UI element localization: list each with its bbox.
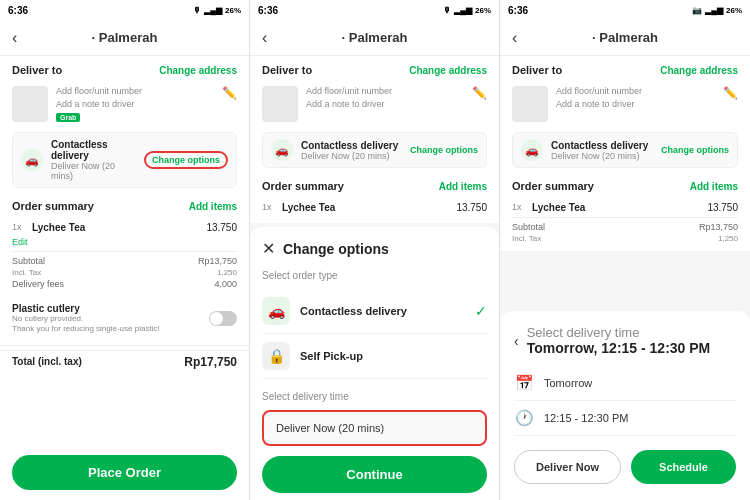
option-contactless[interactable]: 🚗 Contactless delivery ✓	[262, 289, 487, 334]
address-thumbnail-1	[12, 86, 48, 122]
delivery-sub-3: Deliver Now (20 mins)	[551, 151, 653, 161]
delivery-fees-row-1: Delivery fees 4,000	[12, 279, 237, 289]
total-amount-1: Rp17,750	[184, 355, 237, 369]
clock-icon: 🕐	[514, 409, 534, 427]
schedule-time-label: 12:15 - 12:30 PM	[544, 412, 628, 424]
schedule-day-row[interactable]: 📅 Tomorrow	[514, 366, 736, 401]
page-title-2: · Palmerah	[342, 30, 408, 45]
change-options-btn-2[interactable]: Change options	[410, 145, 478, 155]
subtotal-note-1: Incl. Tax 1,250	[12, 268, 237, 277]
edit-icon-1[interactable]: ✏️	[222, 86, 237, 100]
total-label-1: Total (incl. tax)	[12, 356, 82, 367]
plastic-toggle-1[interactable]	[209, 311, 237, 326]
change-options-btn-3[interactable]: Change options	[661, 145, 729, 155]
address-line1-3: Add floor/unit number	[556, 86, 715, 96]
address-line2-1: Add a note to driver	[56, 99, 214, 109]
panel2-top: 6:36 🎙 ▂▄▆ 26% ‹ · Palmerah Deliver to C…	[250, 0, 499, 223]
place-order-btn-1[interactable]: Place Order	[12, 455, 237, 490]
edit-icon-3[interactable]: ✏️	[723, 86, 738, 100]
delivery-fees-val2-1: 4,000	[214, 279, 237, 289]
address-line2-3: Add a note to driver	[556, 99, 715, 109]
plastic-sub1-1: No cutlery provided.	[12, 314, 160, 324]
back-button-3[interactable]: ‹	[512, 29, 517, 47]
incl-tax-3: Incl. Tax	[512, 234, 541, 243]
schedule-modal: ‹ Select delivery time Tomorrow, 12:15 -…	[500, 311, 750, 500]
battery-icon-3: 26%	[726, 6, 742, 15]
item-qty-2: 1x	[262, 202, 276, 212]
item-price-1: 13.750	[206, 222, 237, 233]
order-item-row-3: 1x Lychee Tea 13.750	[512, 202, 738, 213]
item-edit-1[interactable]: Edit	[12, 237, 237, 247]
plastic-title-1: Plastic cutlery	[12, 303, 160, 314]
deliver-now-btn[interactable]: Deliver Now	[514, 450, 621, 484]
schedule-time-row[interactable]: 🕐 12:15 - 12:30 PM	[514, 401, 736, 436]
panel-2: 6:36 🎙 ▂▄▆ 26% ‹ · Palmerah Deliver to C…	[250, 0, 500, 500]
delivery-method-2: 🚗 Contactless delivery Deliver Now (20 m…	[262, 132, 487, 168]
change-address-btn-1[interactable]: Change address	[159, 65, 237, 76]
selfpickup-icon: 🔒	[262, 342, 290, 370]
delivery-sub-1: Deliver Now (20 mins)	[51, 161, 136, 181]
add-items-btn-3[interactable]: Add items	[690, 181, 738, 192]
edit-icon-2[interactable]: ✏️	[472, 86, 487, 100]
delivery-time-section: Select delivery time Deliver Now (20 min…	[262, 391, 487, 446]
schedule-header: ‹ Select delivery time Tomorrow, 12:15 -…	[514, 325, 736, 356]
back-button-2[interactable]: ‹	[262, 29, 267, 47]
subtotal-label-1: Subtotal	[12, 256, 45, 266]
status-icons-1: 🎙 ▂▄▆ 26%	[193, 6, 241, 15]
order-summary-3: 1x Lychee Tea 13.750 Subtotal Rp13,750 I…	[500, 196, 750, 251]
item-name-3: Lychee Tea	[532, 202, 701, 213]
plastic-texts-1: Plastic cutlery No cutlery provided. Tha…	[12, 303, 160, 335]
schedule-btn[interactable]: Schedule	[631, 450, 736, 484]
page-title-3: · Palmerah	[592, 30, 658, 45]
order-summary-header-3: Order summary Add items	[500, 172, 750, 196]
plastic-cutlery-1: Plastic cutlery No cutlery provided. Tha…	[0, 297, 249, 341]
status-time-3: 6:36	[508, 5, 528, 16]
add-items-btn-2[interactable]: Add items	[439, 181, 487, 192]
continue-btn[interactable]: Continue	[262, 456, 487, 493]
delivery-fees-1: 1,250	[217, 268, 237, 277]
item-price-3: 13.750	[707, 202, 738, 213]
option-selfpickup[interactable]: 🔒 Self Pick-up	[262, 334, 487, 379]
change-address-btn-2[interactable]: Change address	[409, 65, 487, 76]
schedule-back-btn[interactable]: ‹	[514, 333, 519, 349]
address-texts-1: Add floor/unit number Add a note to driv…	[56, 86, 214, 122]
modal-title: Change options	[283, 241, 389, 257]
schedule-buttons: Deliver Now Schedule	[514, 450, 736, 484]
back-button-1[interactable]: ‹	[12, 29, 17, 47]
item-qty-3: 1x	[512, 202, 526, 212]
change-options-btn-1[interactable]: Change options	[144, 151, 228, 169]
add-items-btn-1[interactable]: Add items	[189, 201, 237, 212]
delivery-sub-2: Deliver Now (20 mins)	[301, 151, 402, 161]
delivery-texts-1: Contactless delivery Deliver Now (20 min…	[51, 139, 136, 181]
change-address-btn-3[interactable]: Change address	[660, 65, 738, 76]
nav-bar-1: ‹ · Palmerah	[0, 20, 249, 56]
contactless-icon-3: 🚗	[521, 139, 543, 161]
order-summary-header-2: Order summary Add items	[250, 172, 499, 196]
deliver-now-option[interactable]: Deliver Now (20 mins)	[262, 410, 487, 446]
subtotal-value-1: Rp13,750	[198, 256, 237, 266]
option-selfpickup-label: Self Pick-up	[300, 350, 487, 362]
order-summary-2: 1x Lychee Tea 13.750	[250, 196, 499, 223]
order-summary-label-2: Order summary	[262, 180, 344, 192]
deliver-to-label-1: Deliver to	[12, 64, 62, 76]
calendar-icon: 📅	[514, 374, 534, 392]
status-icons-2: 🎙 ▂▄▆ 26%	[443, 6, 491, 15]
grab-badge-1: Grab	[56, 113, 80, 122]
signal-icon: ▂▄▆	[204, 6, 222, 15]
divider-total-1	[0, 345, 249, 346]
address-line1-1: Add floor/unit number	[56, 86, 214, 96]
address-thumbnail-2	[262, 86, 298, 122]
modal-header: ✕ Change options	[262, 239, 487, 258]
contactless-icon-2: 🚗	[271, 139, 293, 161]
subtotal-row-1: Subtotal Rp13,750	[12, 256, 237, 266]
order-item-row-1: 1x Lychee Tea 13.750	[12, 222, 237, 233]
battery-icon-2: 26%	[475, 6, 491, 15]
status-bar-3: 6:36 📷 ▂▄▆ 26%	[500, 0, 750, 20]
status-bar-2: 6:36 🎙 ▂▄▆ 26%	[250, 0, 499, 20]
order-item-row-2: 1x Lychee Tea 13.750	[262, 202, 487, 213]
delivery-texts-2: Contactless delivery Deliver Now (20 min…	[301, 140, 402, 161]
deliver-to-header-1: Deliver to Change address	[0, 56, 249, 80]
close-icon[interactable]: ✕	[262, 239, 275, 258]
address-texts-3: Add floor/unit number Add a note to driv…	[556, 86, 715, 112]
subtotal-row-3: Subtotal Rp13,750	[512, 222, 738, 232]
